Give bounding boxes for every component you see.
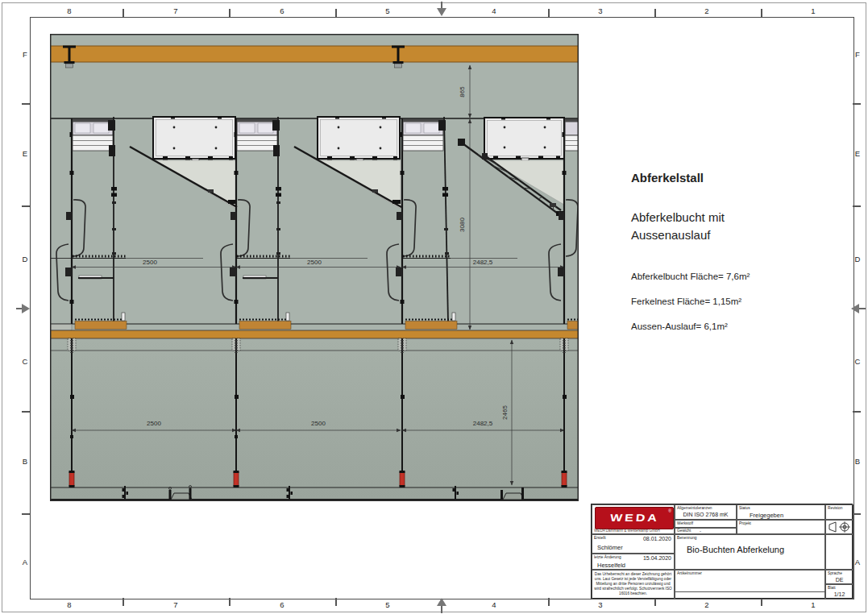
svg-text:865: 865 (459, 86, 466, 97)
title-block: WEDA ® WEDA Dammann & Westerkamp GmbH Al… (591, 504, 853, 599)
frame-tick (761, 9, 762, 17)
article-number-label: Artikelnummer (677, 571, 702, 575)
registered-mark: ® (668, 508, 671, 513)
dim-run-depth: 2465 (501, 405, 509, 420)
farrowing-pen-plan: 2500 2500 (50, 34, 579, 501)
frame-tick (123, 9, 124, 17)
frame-row-label: E (855, 149, 860, 158)
weight-value: - (700, 529, 701, 533)
frame-tick (335, 598, 337, 606)
company-name: WEDA Dammann & Westerkamp GmbH (594, 529, 660, 533)
sheet-value: 1/12 (826, 591, 853, 597)
center-mark-bottom-arrow-icon (437, 598, 446, 606)
dim-pen-width: 2482,5 (473, 259, 493, 266)
frame-tick (548, 9, 550, 17)
frame-row-label: B (855, 457, 860, 466)
frame-col-label: 5 (385, 600, 389, 609)
center-mark-bottom (441, 606, 442, 613)
frame-col-label: 6 (280, 600, 284, 609)
frame-tick (853, 411, 861, 413)
frame-col-label: 4 (492, 600, 496, 609)
frame-col-label: 3 (598, 600, 602, 609)
frame-col-label: 5 (385, 6, 389, 15)
material-cell: Werkstoff (675, 520, 737, 528)
weda-logo: WEDA ® (595, 507, 674, 529)
notes-subtitle-line2: Aussenauslauf (631, 226, 841, 244)
article-number-divider (675, 591, 824, 592)
revision-cell: Revision (825, 504, 853, 520)
weight-label: Gewicht (677, 529, 691, 533)
frame-col-label: 1 (811, 600, 815, 609)
weight-cell: Gewicht - (675, 528, 737, 534)
status-value: Freigegeben (750, 512, 783, 519)
frame-tick (22, 513, 30, 515)
weda-logo-text: WEDA (609, 512, 659, 524)
frame-tick (22, 411, 30, 413)
frame-tick (654, 9, 656, 17)
notes-area-nest: Ferkelnest Fläche= 1,15m² (631, 297, 841, 306)
created-date: 08.01.2020 (643, 536, 671, 541)
frame-tick (123, 598, 124, 606)
created-label: Erstellt (594, 536, 606, 540)
canvas-background (50, 34, 579, 501)
last-change-cell: letzte Änderung 15.04.2020 Hesselfeld (592, 554, 675, 570)
created-by: Schlömer (597, 544, 623, 551)
copyright-text: Das Urheberrecht an dieser Zeichnung geh… (592, 570, 674, 597)
logo-cell: WEDA ® WEDA Dammann & Westerkamp GmbH (592, 504, 675, 534)
notes-area-run: Aussen-Auslauf= 6,1m² (631, 322, 841, 331)
frame-row-label: F (23, 50, 27, 59)
frame-col-label: 3 (598, 6, 602, 15)
tolerances-value: DIN ISO 2768 mK (675, 512, 736, 517)
dim-run-width: 2482,5 (473, 420, 493, 427)
tolerances-label: Allgemeintoleranzen (677, 506, 712, 510)
name-cell: Benennung Bio-Buchten Abferkelung (675, 534, 825, 570)
language-cell: Sprache DE (825, 570, 853, 584)
frame-row-label: C (23, 357, 28, 366)
article-number-cell: Artikelnummer (675, 570, 825, 599)
language-label: Sprache (828, 571, 842, 575)
frame-col-label: 8 (67, 600, 71, 609)
frame-col-label: 2 (704, 6, 708, 15)
frame-tick (853, 513, 861, 515)
frame-tick (548, 598, 550, 606)
revision-label: Revision (828, 506, 842, 510)
project-label: Projekt (739, 521, 751, 525)
frame-tick (22, 103, 30, 105)
empty-cell (825, 534, 853, 570)
frame-col-label: 7 (173, 600, 177, 609)
frame-row-label: F (855, 50, 860, 59)
frame-row-label: A (23, 558, 27, 566)
frame-row-label: B (23, 457, 27, 466)
frame-col-label: 7 (173, 6, 177, 15)
center-mark-left-arrow-icon (22, 304, 30, 313)
frame-row-label: D (23, 255, 28, 263)
frame-row-label: A (855, 558, 860, 566)
name-label: Benennung (677, 536, 697, 540)
sheet-cell: Blatt 1/12 (825, 584, 853, 599)
frame-col-label: 8 (67, 6, 71, 15)
notes-area-pen: Abferkelbucht Fläche= 7,6m² (631, 272, 841, 281)
projection-method-icon (826, 521, 853, 533)
notes-subtitle-line1: Abferkelbucht mit (631, 209, 841, 226)
frame-col-label: 6 (280, 6, 284, 15)
language-value: DE (826, 577, 853, 583)
drawing-name: Bio-Buchten Abferkelung (687, 545, 784, 554)
project-cell: Projekt (737, 520, 825, 534)
copyright-cell: Das Urheberrecht an dieser Zeichnung geh… (592, 570, 675, 599)
center-mark-right (859, 308, 866, 309)
status-cell: Status Freigegeben (737, 504, 825, 520)
frame-tick (335, 9, 337, 17)
last-change-label: letzte Änderung (594, 555, 621, 559)
drawing-sheet: 8 7 6 5 4 3 2 1 8 7 6 5 4 3 2 1 F E D C … (0, 0, 868, 614)
frame-tick (853, 205, 861, 207)
status-label: Status (739, 506, 750, 510)
created-cell: Erstellt 08.01.2020 Schlömer (592, 534, 675, 554)
frame-row-label: D (855, 255, 861, 263)
sheet-label: Blatt (828, 586, 836, 590)
frame-tick (229, 598, 230, 606)
center-mark-right-arrow-icon (851, 304, 859, 313)
cad-drawing-canvas: 2500 2500 (50, 34, 579, 501)
center-mark-top-arrow-icon (437, 8, 446, 16)
frame-tick (22, 205, 30, 207)
frame-row-label: C (855, 357, 861, 366)
